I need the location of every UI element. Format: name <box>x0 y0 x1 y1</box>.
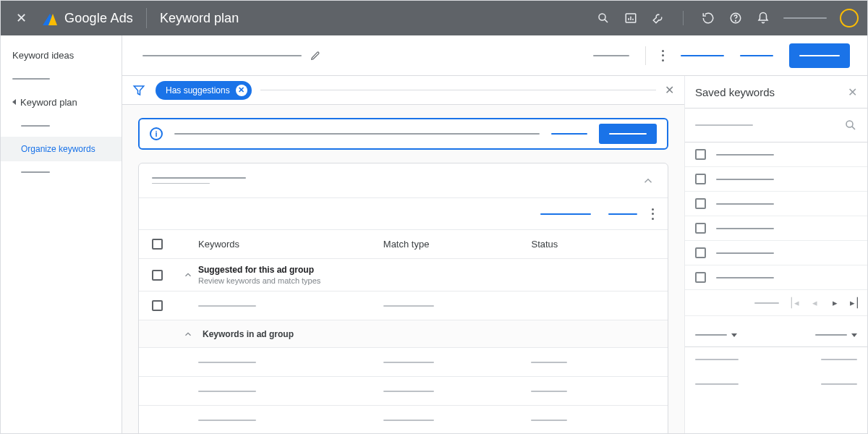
info-text-placeholder <box>174 133 540 135</box>
google-ads-logo-icon <box>43 11 57 25</box>
group-title: Suggested for this ad group <box>198 265 320 275</box>
refresh-icon[interactable] <box>701 11 715 25</box>
group-suggested-header[interactable]: Suggested for this ad group Review keywo… <box>139 259 668 292</box>
card-action-link-1[interactable] <box>540 213 591 215</box>
adgroup-title-placeholder <box>152 177 246 179</box>
content-area: Has suggestions ✕ ✕ i <box>122 76 685 433</box>
list-item[interactable] <box>685 192 867 216</box>
svg-point-0 <box>599 14 605 20</box>
list-item[interactable] <box>685 167 867 192</box>
filter-icon[interactable] <box>132 84 145 97</box>
sidebar-item-label: Organize keywords <box>21 144 95 154</box>
item-checkbox[interactable] <box>695 247 706 258</box>
card-overflow-menu[interactable] <box>652 208 655 220</box>
saved-keywords-panel: Saved keywords ✕ <box>685 76 867 433</box>
list-item[interactable] <box>685 216 867 241</box>
item-checkbox[interactable] <box>695 272 706 283</box>
app-header: ✕ Google Ads Keyword plan <box>1 1 867 35</box>
table-header-row: Keywords Match type Status <box>139 230 668 259</box>
item-checkbox[interactable] <box>695 174 706 184</box>
toolbar-link-2[interactable] <box>740 55 773 56</box>
panel-dropdown-2[interactable] <box>815 333 857 337</box>
list-item[interactable] <box>685 142 867 167</box>
sidebar-sub-placeholder[interactable] <box>21 125 50 127</box>
item-label-placeholder <box>716 203 774 205</box>
search-icon[interactable] <box>844 119 857 132</box>
filter-chip-remove-icon[interactable]: ✕ <box>236 85 247 96</box>
list-item[interactable] <box>685 265 867 290</box>
filter-bar: Has suggestions ✕ ✕ <box>122 76 684 105</box>
edit-plan-name-button[interactable] <box>310 51 320 61</box>
table-row[interactable] <box>139 292 668 320</box>
svg-marker-8 <box>134 86 144 95</box>
cell-status <box>531 420 567 421</box>
pager-last-button[interactable]: ▸⎮ <box>850 297 860 308</box>
cell-status <box>531 362 567 363</box>
search-icon[interactable] <box>596 11 610 25</box>
table-row[interactable] <box>139 406 668 433</box>
sidebar-sub-placeholder[interactable] <box>21 171 50 173</box>
sidebar-placeholder[interactable] <box>12 78 50 80</box>
toolbar-overflow-menu[interactable] <box>662 50 665 61</box>
panel-metrics <box>685 347 867 396</box>
item-checkbox[interactable] <box>695 198 706 209</box>
pager-prev-button[interactable]: ◂ <box>809 297 820 308</box>
collapse-section-icon[interactable] <box>642 174 655 187</box>
sidebar-item-label: Keyword ideas <box>12 50 74 61</box>
panel-dropdown-1[interactable] <box>695 333 737 337</box>
card-action-link-2[interactable] <box>608 213 637 215</box>
row-checkbox[interactable] <box>152 300 163 311</box>
panel-pager: ⎮◂ ◂ ▸ ▸⎮ <box>685 290 867 316</box>
sidebar-item-organize-keywords[interactable]: Organize keywords <box>1 137 122 161</box>
account-placeholder[interactable] <box>783 17 827 19</box>
group-checkbox[interactable] <box>152 270 163 281</box>
cell-keyword <box>198 305 256 307</box>
chevron-down-icon <box>731 333 737 337</box>
metric-cell <box>695 383 739 385</box>
panel-close-button[interactable]: ✕ <box>848 85 857 99</box>
sidebar-item-keyword-plan[interactable]: Keyword plan <box>1 90 122 115</box>
tools-icon[interactable] <box>651 11 665 25</box>
chevron-collapse-icon <box>12 99 16 105</box>
group-subtitle: Review keywords and match types <box>198 276 320 285</box>
item-checkbox[interactable] <box>695 223 706 234</box>
info-link[interactable] <box>551 133 587 135</box>
sidebar-item-keyword-ideas[interactable]: Keyword ideas <box>1 43 122 68</box>
filter-input-placeholder[interactable] <box>260 90 656 90</box>
col-header-keywords[interactable]: Keywords <box>198 239 383 250</box>
item-label-placeholder <box>716 154 774 156</box>
toolbar-link-1[interactable] <box>681 55 724 56</box>
main-column: Has suggestions ✕ ✕ i <box>122 35 867 433</box>
help-icon[interactable] <box>728 11 743 25</box>
svg-point-7 <box>736 20 736 21</box>
filter-chip-has-suggestions[interactable]: Has suggestions ✕ <box>156 81 252 100</box>
pager-first-button[interactable]: ⎮◂ <box>789 297 799 308</box>
select-all-checkbox[interactable] <box>152 239 163 250</box>
clear-filters-button[interactable]: ✕ <box>656 83 674 97</box>
list-item[interactable] <box>685 241 867 265</box>
close-plan-button[interactable]: ✕ <box>9 10 33 26</box>
group-in-adgroup-header[interactable]: Keywords in ad group <box>139 320 668 348</box>
table-row[interactable] <box>139 377 668 406</box>
cell-match-type <box>383 391 434 392</box>
panel-search-placeholder[interactable] <box>695 124 753 126</box>
info-primary-button[interactable] <box>599 124 657 144</box>
item-checkbox[interactable] <box>695 149 706 160</box>
account-avatar[interactable] <box>840 9 859 27</box>
notifications-icon[interactable] <box>756 11 770 25</box>
col-header-status[interactable]: Status <box>531 239 655 250</box>
cell-match-type <box>383 305 434 307</box>
info-icon: i <box>150 127 163 140</box>
cell-keyword <box>198 362 256 363</box>
col-header-match-type[interactable]: Match type <box>383 239 532 250</box>
reports-icon[interactable] <box>624 11 638 25</box>
svg-point-9 <box>846 121 853 127</box>
chevron-up-icon[interactable] <box>183 329 193 339</box>
toolbar-primary-button[interactable] <box>789 43 850 68</box>
metric-row <box>685 372 867 396</box>
table-row[interactable] <box>139 348 668 377</box>
chevron-up-icon[interactable] <box>183 270 193 280</box>
card-section-header[interactable] <box>139 163 668 198</box>
toolbar-meta-placeholder <box>593 55 629 56</box>
pager-next-button[interactable]: ▸ <box>830 297 840 308</box>
